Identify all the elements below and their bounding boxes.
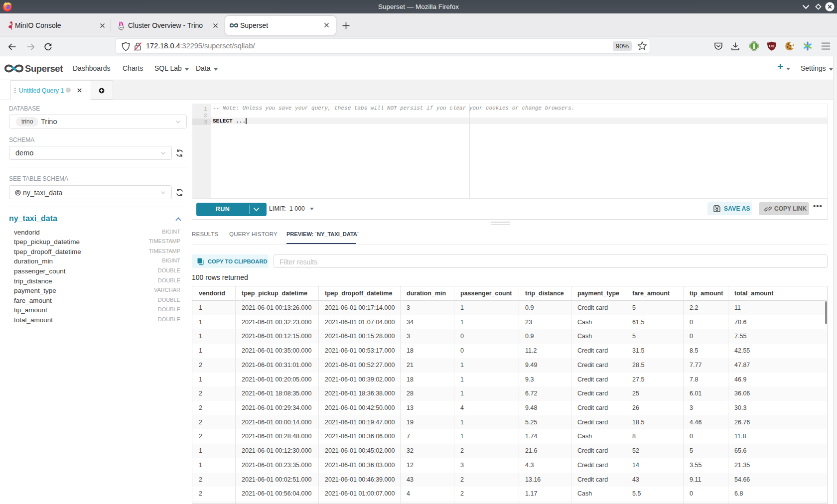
svg-text:UO: UO bbox=[769, 44, 775, 48]
